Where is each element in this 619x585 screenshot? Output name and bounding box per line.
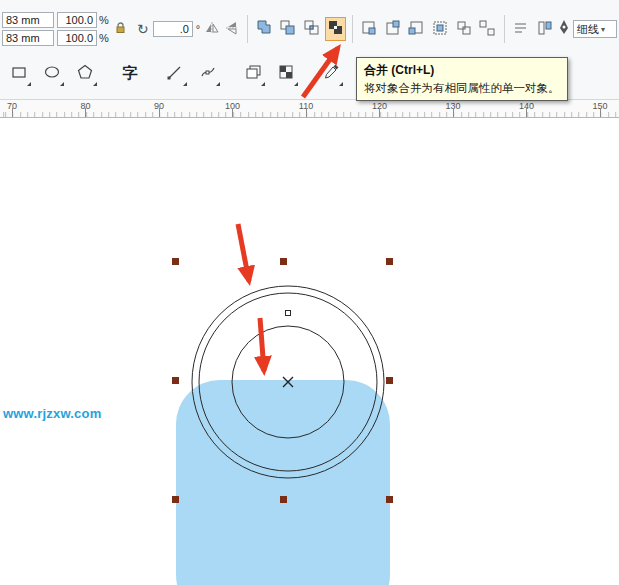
polygon-tool[interactable] bbox=[71, 60, 99, 88]
scale-fields: % % bbox=[57, 12, 109, 46]
text-tool-icon: 字 bbox=[123, 64, 138, 83]
bezier-curve-icon bbox=[199, 63, 217, 84]
eyedropper-icon bbox=[322, 63, 340, 84]
tooltip-description: 将对象合并为有相同属性的单一对象。 bbox=[364, 81, 560, 96]
ruler-major-tick bbox=[232, 108, 233, 117]
back-minus-front-icon bbox=[408, 20, 424, 39]
group-button[interactable] bbox=[453, 17, 474, 41]
percent-label: % bbox=[99, 14, 109, 26]
simplify-icon bbox=[361, 20, 377, 39]
rotation-angle-field[interactable] bbox=[153, 21, 193, 37]
ruler-major-tick bbox=[159, 108, 160, 117]
freehand-tool[interactable] bbox=[161, 60, 189, 88]
coreldraw-window: % % ↻ ° bbox=[0, 0, 619, 585]
chevron-down-icon: ▾ bbox=[601, 25, 605, 34]
order-button[interactable] bbox=[511, 17, 532, 41]
object-size-fields bbox=[2, 12, 54, 46]
align-icon bbox=[537, 20, 553, 39]
ruler-major-tick bbox=[12, 108, 13, 117]
scale-vertical-field[interactable] bbox=[57, 30, 97, 46]
outline-controls: 细线 ▾ bbox=[558, 19, 617, 39]
ruler-major-tick bbox=[453, 108, 454, 117]
ellipse-tool[interactable] bbox=[38, 60, 66, 88]
mirror-vertical-button[interactable] bbox=[224, 17, 241, 41]
ruler-major-tick bbox=[85, 108, 86, 117]
outline-width-select[interactable]: 细线 ▾ bbox=[573, 20, 617, 38]
object-width-field[interactable] bbox=[2, 12, 54, 28]
rotation-icon: ↻ bbox=[137, 21, 149, 37]
ruler-major-tick bbox=[306, 108, 307, 117]
nested-rectangles-icon bbox=[244, 63, 262, 84]
combine-icon bbox=[328, 20, 343, 38]
pattern-fill-tool[interactable] bbox=[272, 60, 300, 88]
eyedropper-tool[interactable] bbox=[317, 60, 345, 88]
watermark: www.rjzxw.com bbox=[3, 406, 101, 421]
combine-button[interactable] bbox=[325, 17, 346, 41]
tooltip-title: 合并 (Ctrl+L) bbox=[364, 62, 560, 79]
text-tool[interactable]: 字 bbox=[116, 60, 144, 88]
ruler-major-tick bbox=[600, 108, 601, 117]
ungroup-button[interactable] bbox=[477, 17, 498, 41]
ungroup-icon bbox=[479, 20, 495, 39]
back-minus-front-button[interactable] bbox=[406, 17, 427, 41]
intersect-button[interactable] bbox=[301, 17, 322, 41]
mirror-horizontal-icon bbox=[205, 22, 219, 37]
simplify-button[interactable] bbox=[358, 17, 379, 41]
horizontal-ruler[interactable]: 70 80 90 100 110 120 130 140 150 bbox=[0, 100, 619, 118]
tooltip: 合并 (Ctrl+L) 将对象合并为有相同属性的单一对象。 bbox=[356, 57, 568, 101]
order-icon bbox=[513, 20, 528, 38]
padlock-icon bbox=[115, 21, 126, 37]
trim-icon bbox=[280, 20, 295, 38]
weld-icon bbox=[257, 20, 272, 38]
freehand-line-icon bbox=[166, 63, 184, 84]
separator bbox=[247, 15, 248, 43]
outline-pen-icon bbox=[558, 19, 570, 39]
front-minus-back-button[interactable] bbox=[382, 17, 403, 41]
object-height-field[interactable] bbox=[2, 30, 54, 46]
drawing-canvas[interactable] bbox=[0, 119, 619, 585]
group-icon bbox=[456, 20, 472, 39]
lock-ratio-button[interactable] bbox=[112, 17, 129, 41]
rectangle-icon bbox=[10, 63, 28, 84]
outline-width-value: 细线 bbox=[577, 22, 599, 37]
ruler-major-tick bbox=[526, 108, 527, 117]
create-boundary-button[interactable] bbox=[430, 17, 451, 41]
mirror-vertical-icon bbox=[226, 21, 238, 38]
ellipse-icon bbox=[43, 63, 61, 84]
front-minus-back-icon bbox=[385, 20, 401, 39]
property-bar: % % ↻ ° bbox=[0, 0, 619, 48]
rectangle-tool[interactable] bbox=[5, 60, 33, 88]
separator bbox=[504, 15, 505, 43]
percent-label: % bbox=[99, 32, 109, 44]
rounded-square-shape[interactable] bbox=[176, 380, 390, 585]
scale-horizontal-field[interactable] bbox=[57, 12, 97, 28]
ruler-major-tick bbox=[379, 108, 380, 117]
checkerboard-icon bbox=[277, 63, 295, 84]
separator bbox=[352, 15, 353, 43]
mirror-horizontal-button[interactable] bbox=[203, 17, 220, 41]
intersect-icon bbox=[304, 20, 319, 38]
bezier-tool[interactable] bbox=[194, 60, 222, 88]
polygon-icon bbox=[76, 63, 94, 84]
weld-button[interactable] bbox=[254, 17, 275, 41]
create-boundary-icon bbox=[432, 20, 448, 39]
align-button[interactable] bbox=[534, 17, 555, 41]
contour-tool[interactable] bbox=[239, 60, 267, 88]
degree-symbol: ° bbox=[196, 23, 200, 35]
trim-button[interactable] bbox=[277, 17, 298, 41]
